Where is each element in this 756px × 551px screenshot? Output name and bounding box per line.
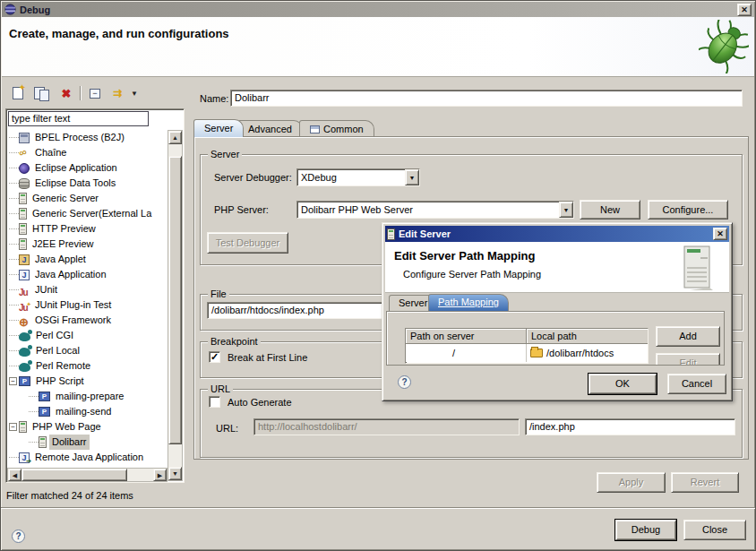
window-close-button[interactable]: ✕ <box>737 4 752 16</box>
tab-server[interactable]: Server <box>193 119 244 137</box>
revert-button[interactable]: Revert <box>671 472 739 493</box>
duplicate-configuration-button[interactable] <box>31 83 51 103</box>
tab-common[interactable]: Common <box>299 120 374 137</box>
name-input[interactable]: Dolibarr <box>230 90 743 107</box>
ok-button[interactable]: OK <box>588 374 657 394</box>
cancel-button[interactable]: Cancel <box>667 374 726 394</box>
filter-input[interactable]: type filter text <box>8 111 149 126</box>
tree-vertical-scrollbar[interactable]: ▲ ▼ <box>168 130 183 481</box>
tree-item-perl-local[interactable]: Perl Local <box>7 343 167 358</box>
break-first-line-checkbox[interactable]: ✓ <box>209 351 220 363</box>
scroll-left-icon[interactable]: ◀ <box>8 469 21 481</box>
tree-item-junit-plug-in-test[interactable]: JUnit Plug-in Test <box>7 297 167 313</box>
tree-item-http-preview[interactable]: HTTP Preview <box>7 221 167 237</box>
collapse-all-icon: − <box>90 89 100 99</box>
tree-horizontal-scrollbar[interactable]: ◀ ▶ <box>7 468 168 482</box>
tree-item-generic-server[interactable]: Generic Server <box>7 191 167 206</box>
dialog-help-button[interactable]: ? <box>398 375 411 389</box>
tree-item-php-script[interactable]: −PHP Script <box>7 374 167 389</box>
config-tree: BPEL Process (B2J)ChaîneEclipse Applicat… <box>7 130 167 465</box>
tree-item-label: PHP Web Page <box>30 419 104 435</box>
scroll-right-icon[interactable]: ▶ <box>153 469 167 481</box>
toolbar-menu-button[interactable]: ▼ <box>128 83 141 103</box>
php-icon <box>39 392 50 401</box>
edit-mapping-button[interactable]: Edit <box>656 353 720 366</box>
tree-guide <box>9 289 19 290</box>
server-icon <box>19 238 27 250</box>
dialog-tab-path-mapping[interactable]: Path Mapping <box>428 294 509 311</box>
collapse-toggle-icon[interactable]: − <box>9 377 17 385</box>
collapse-toggle-icon[interactable]: − <box>9 423 17 431</box>
new-configuration-button[interactable]: ✦ <box>8 83 28 103</box>
auto-generate-checkbox[interactable] <box>209 396 220 408</box>
tree-item-java-application[interactable]: Java Application <box>7 267 167 282</box>
path-mapping-row[interactable]: //dolibarr/htdocs <box>406 344 648 362</box>
tree-item-generic-server-external-la[interactable]: Generic Server(External La <box>7 206 167 221</box>
horizontal-scroll-thumb[interactable] <box>21 469 127 481</box>
close-button[interactable]: Close <box>683 520 746 540</box>
delete-configuration-button[interactable]: ✖ <box>56 83 76 103</box>
scroll-down-icon[interactable]: ▼ <box>168 467 182 480</box>
server-debugger-select[interactable]: XDebug ▼ <box>296 168 420 186</box>
php-server-select[interactable]: Dolibarr PHP Web Server ▼ <box>296 201 574 219</box>
chevron-down-icon[interactable]: ▼ <box>405 169 419 185</box>
tree-item-label: mailing-prepare <box>53 389 126 404</box>
tree-item-dolibarr[interactable]: Dolibarr <box>7 435 167 450</box>
tree-item-label: Generic Server <box>30 191 101 206</box>
filter-button[interactable]: ⇉ <box>107 83 126 103</box>
table-icon <box>310 125 320 133</box>
edit-server-close-button[interactable]: ✕ <box>713 228 727 240</box>
vertical-scroll-thumb[interactable] <box>168 156 182 444</box>
server-icon <box>387 228 395 240</box>
column-header-path-on-server[interactable]: Path on server <box>406 329 527 344</box>
chevron-down-icon[interactable]: ▼ <box>559 202 573 218</box>
tree-item-perl-cgi[interactable]: Perl CGI <box>7 328 167 343</box>
new-server-button[interactable]: New <box>580 200 640 220</box>
java-app-icon <box>19 270 30 280</box>
tree-item-java-applet[interactable]: Java Applet <box>7 252 167 267</box>
tree-item-label: Eclipse Application <box>32 160 120 176</box>
test-debugger-button[interactable]: Test Debugger <box>207 232 288 254</box>
apply-button[interactable]: Apply <box>597 472 666 493</box>
url-auto-input[interactable]: http://localhostdolibarr/ <box>253 418 520 435</box>
tree-item-j2ee-preview[interactable]: J2EE Preview <box>7 237 167 252</box>
tree-item-osgi-framework[interactable]: OSGi Framework <box>7 313 167 328</box>
tree-item-remote-java-application[interactable]: Remote Java Application <box>7 450 167 465</box>
scroll-up-icon[interactable]: ▲ <box>168 131 182 144</box>
column-header-local-path[interactable]: Local path <box>527 329 648 344</box>
url-path-input[interactable]: /index.php <box>525 418 735 435</box>
add-mapping-button[interactable]: Add <box>656 326 720 347</box>
banner-title: Create, manage, and run configurations <box>9 27 229 40</box>
tree-item-eclipse-application[interactable]: Eclipse Application <box>7 160 167 176</box>
window-titlebar[interactable]: Debug ✕ <box>2 2 754 17</box>
tree-item-eclipse-data-tools[interactable]: Eclipse Data Tools <box>7 176 167 191</box>
collapse-all-button[interactable]: − <box>85 83 105 103</box>
tree-item-junit[interactable]: JUnit <box>7 282 167 297</box>
tree-item-label: JUnit Plug-in Test <box>32 297 114 313</box>
tree-item-label: Dolibarr <box>49 435 90 450</box>
eclipse-icon <box>4 4 16 15</box>
new-document-icon: ✦ <box>13 87 23 99</box>
tree-guide <box>9 350 19 351</box>
edit-server-header-subtitle: Configure Server Path Mapping <box>403 269 541 280</box>
name-label: Name: <box>200 93 228 104</box>
tree-item-php-web-page[interactable]: −PHP Web Page <box>7 419 167 435</box>
tree-guide <box>29 411 39 412</box>
tab-advanced[interactable]: Advanced <box>237 120 303 137</box>
debug-button[interactable]: Debug <box>615 520 676 540</box>
eclipse-app-icon <box>19 163 30 174</box>
tree-item-cha-ne[interactable]: Chaîne <box>7 145 167 160</box>
tree-item-mailing-send[interactable]: mailing-send <box>7 404 167 419</box>
server-icon <box>19 193 27 204</box>
tree-item-label: JUnit <box>32 282 60 297</box>
perl-icon <box>19 332 30 341</box>
tree-item-perl-remote[interactable]: Perl Remote <box>7 358 167 374</box>
edit-server-titlebar[interactable]: Edit Server ✕ <box>385 226 729 242</box>
tree-guide <box>9 137 19 138</box>
configure-server-button[interactable]: Configure... <box>648 200 728 220</box>
php-icon <box>19 376 30 386</box>
help-button[interactable]: ? <box>12 529 25 543</box>
tree-item-bpel-process-b2j-[interactable]: BPEL Process (B2J) <box>7 130 167 145</box>
tree-item-mailing-prepare[interactable]: mailing-prepare <box>7 389 167 404</box>
delete-icon: ✖ <box>62 87 72 100</box>
